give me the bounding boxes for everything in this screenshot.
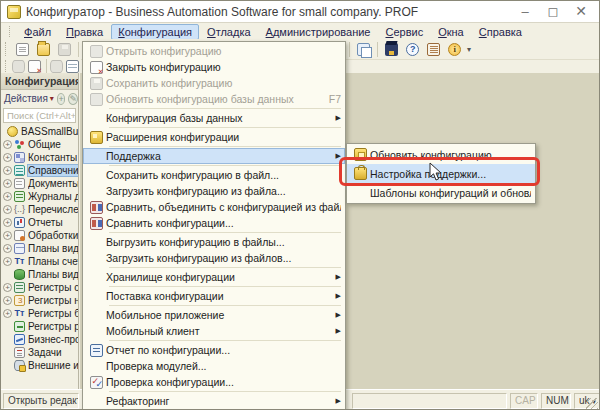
new-document-button[interactable] [12,40,32,58]
menu-item-close-configuration[interactable]: Закрыть конфигурацию [83,59,345,75]
menu-item-restore-config-from-files[interactable]: Загрузить конфигурацию из файлов... [83,250,345,266]
expand-icon[interactable]: + [3,218,12,227]
menu-item-configuration-extensions[interactable]: Расширения конфигурации [83,129,345,145]
syntax-check-button[interactable] [381,41,401,59]
reports-icon [14,217,25,228]
menu-separator [109,305,341,306]
open-config-button[interactable] [11,60,26,74]
maximize-button[interactable]: ◻ [539,2,567,22]
menu-item-mobile-client[interactable]: Мобильный клиент▶ [83,323,345,339]
menu-item-check-configuration[interactable]: Проверка конфигурации... [83,374,345,390]
menu-item-open-configuration[interactable]: Открыть конфигурацию [83,43,345,59]
status-message: Открыть редактор н [3,393,79,409]
help-contents-button[interactable] [423,41,443,59]
database-icon [12,60,25,73]
expand-icon[interactable]: + [3,296,12,305]
dataprocessors-icon [14,230,25,241]
tree-item-enums[interactable]: +{..}Перечисления [1,203,78,216]
menu-separator [109,232,341,233]
expand-icon[interactable]: + [3,140,12,149]
menu-item-dump-config-to-files[interactable]: Выгрузить конфигурацию в файлы... [83,234,345,250]
menu-item-mobile-application[interactable]: Мобильное приложение▶ [83,307,345,323]
tree-item-info-registers[interactable]: +Регистры сведений [1,281,78,294]
expand-icon[interactable]: + [3,166,12,175]
menu-item-configuration-delivery[interactable]: Поставка конфигурации▶ [83,288,345,304]
save-configuration-icon [90,77,103,90]
menu-item-update-db-configuration[interactable]: Обновить конфигурацию базы данныхF7 [83,91,345,107]
menu-item-save-config-to-file[interactable]: Сохранить конфигурацию в файл... [83,167,345,183]
tree-item-accounting-registers[interactable]: +ТтРегистры бухгалтерии [1,307,78,320]
menu-file[interactable]: Файл [17,24,58,40]
tree-item-calc-types[interactable]: Планы видов расчета [1,268,78,281]
menu-service[interactable]: Сервис [378,24,430,40]
search-input[interactable]: Поиск (Ctrl+Alt+M) [3,108,76,123]
tree-item-accum-registers[interactable]: +Регистры накопления [1,294,78,307]
menu-item-compare-merge[interactable]: Сравнить, объединить с конфигурацией из … [83,199,345,215]
expand-icon[interactable]: + [3,231,12,240]
tree-item-root[interactable]: BASSmallBusiness [1,125,78,138]
close-config-button[interactable] [27,60,42,74]
menu-item-support[interactable]: Поддержка▶ [83,148,345,164]
expand-icon[interactable]: + [3,153,12,162]
menu-administration[interactable]: Администрирование [259,24,378,40]
toolbar-separator [377,42,378,57]
tree-item-constants[interactable]: +Константы [1,151,78,164]
close-button[interactable]: ✕ [567,2,595,22]
submenu-arrow-icon: ▶ [336,273,341,281]
expand-icon[interactable]: + [3,179,12,188]
menu-separator [109,127,341,128]
toolbar-grip[interactable] [9,26,12,37]
expand-icon[interactable]: + [3,244,12,253]
tree-item-catalogs[interactable]: +Справочники [1,164,78,177]
menu-item-save-configuration[interactable]: Сохранить конфигурацию [83,75,345,91]
menu-item-db-configuration[interactable]: Конфигурация базы данных▶ [83,110,345,126]
menu-debug[interactable]: Отладка [200,24,258,40]
table-button[interactable] [65,60,80,74]
add-button[interactable]: + [57,93,66,105]
tree-item-journals[interactable]: +Журналы документов [1,190,78,203]
tree-item-tasks[interactable]: Задачи [1,346,78,359]
tree-item-chart-char-types[interactable]: +Планы видов характеристик [1,242,78,255]
tree-item-dataprocessors[interactable]: +Обработки [1,229,78,242]
minimize-button[interactable]: – [511,2,539,22]
tree-item-calc-registers[interactable]: Регистры расчета [1,320,78,333]
expand-icon[interactable]: + [3,257,12,266]
expand-icon[interactable]: + [3,192,12,201]
tree-item-common[interactable]: +Общие [1,138,78,151]
menu-windows[interactable]: Окна [431,24,471,40]
submenu-item-configuration-templates[interactable]: Шаблоны конфигураций и обновлений... [347,183,535,202]
syntax-help-button[interactable] [402,41,422,59]
menu-configuration[interactable]: Конфигурация [111,24,199,40]
toolbar-grip[interactable] [5,42,8,56]
resize-grip[interactable] [586,398,598,410]
expand-icon[interactable]: + [3,283,12,292]
tree-item-reports[interactable]: +Отчеты [1,216,78,229]
save-button[interactable] [54,40,74,58]
open-button[interactable] [33,40,53,58]
save-icon [58,43,71,56]
menu-item-compare-configurations[interactable]: Сравнить конфигурации... [83,215,345,231]
actions-button[interactable]: Действия [4,93,48,104]
menu-edit[interactable]: Правка [59,24,110,40]
app-icon [7,5,21,19]
toolbar-overflow-arrow[interactable]: ▾ [467,45,471,54]
toolbar-grip[interactable] [5,60,7,74]
tree-item-documents[interactable]: +Документы [1,177,78,190]
menu-item-refactoring[interactable]: Рефакторинг▶ [83,393,345,409]
expand-icon[interactable]: + [3,205,12,214]
menu-help[interactable]: Справка [472,24,529,40]
expand-icon[interactable]: + [3,309,12,318]
tree-item-external-sources[interactable]: Внешние источники данных [1,359,78,372]
menu-item-load-config-from-file[interactable]: Загрузить конфигурацию из файла... [83,183,345,199]
num-lock-indicator: NUM [541,393,571,409]
menu-item-configuration-repository[interactable]: Хранилище конфигурации▶ [83,269,345,285]
tree-item-business-processes[interactable]: Бизнес-процессы [1,333,78,346]
menu-item-check-modules[interactable]: Проверка модулей... [83,358,345,374]
edit-button[interactable]: ✎ [68,93,78,105]
menu-separator [109,391,341,392]
db-config-button[interactable] [50,60,65,74]
copy-style-button[interactable] [353,41,373,59]
menu-item-configuration-report[interactable]: Отчет по конфигурации... [83,342,345,358]
about-button[interactable] [444,41,464,59]
tree-item-chart-of-accounts[interactable]: +ТтПланы счетов [1,255,78,268]
